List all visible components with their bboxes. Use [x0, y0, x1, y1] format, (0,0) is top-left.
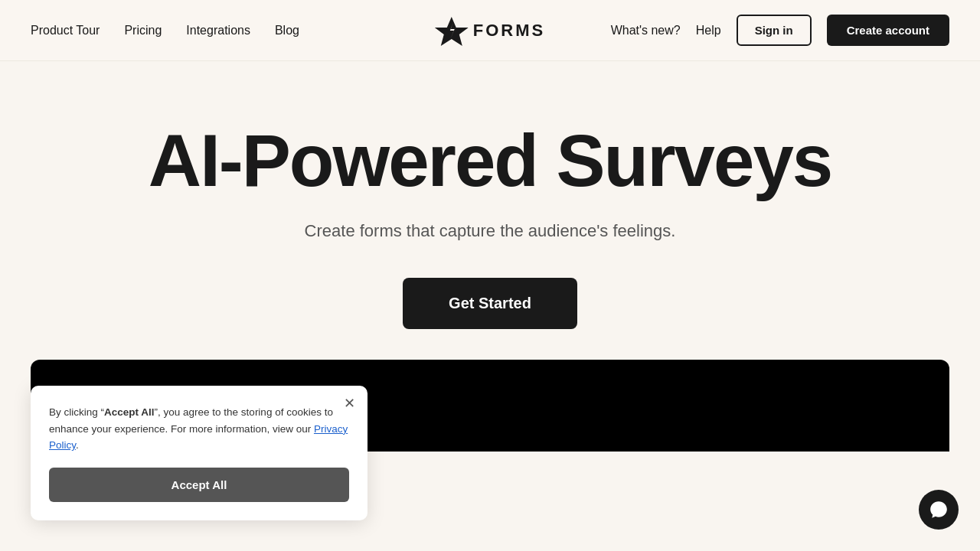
cookie-period: .	[76, 439, 79, 451]
nav-pricing[interactable]: Pricing	[124, 24, 162, 37]
cookie-bold-text: Accept All	[104, 406, 155, 418]
get-started-button[interactable]: Get Started	[403, 278, 577, 329]
hero-title: AI-Powered Surveys	[149, 122, 831, 200]
nav-blog[interactable]: Blog	[275, 24, 299, 37]
nav-left: Product Tour Pricing Integrations Blog	[31, 24, 299, 37]
signin-button[interactable]: Sign in	[737, 15, 812, 46]
cookie-close-button[interactable]: ✕	[344, 396, 355, 410]
svg-marker-0	[435, 17, 469, 46]
hero-subtitle: Create forms that capture the audience's…	[305, 221, 676, 241]
logo-text: FORMS	[473, 21, 545, 41]
chat-icon	[929, 500, 949, 520]
nav-integrations[interactable]: Integrations	[186, 24, 250, 37]
cookie-banner: ✕ By clicking “Accept All”, you agree to…	[31, 386, 368, 520]
logo[interactable]: FORMS	[435, 14, 545, 47]
cookie-text: By clicking “Accept All”, you agree to t…	[49, 404, 349, 454]
nav-right: What's new? Help Sign in Create account	[611, 15, 949, 46]
chat-button[interactable]	[919, 490, 959, 530]
cookie-text-before: By clicking “	[49, 406, 104, 418]
nav-product-tour[interactable]: Product Tour	[31, 24, 100, 37]
accept-all-button[interactable]: Accept All	[49, 468, 349, 502]
nav-whats-new[interactable]: What's new?	[611, 24, 681, 37]
create-account-button[interactable]: Create account	[827, 15, 949, 46]
navbar: Product Tour Pricing Integrations Blog F…	[0, 0, 980, 61]
logo-icon	[435, 14, 469, 47]
nav-help[interactable]: Help	[696, 24, 721, 37]
